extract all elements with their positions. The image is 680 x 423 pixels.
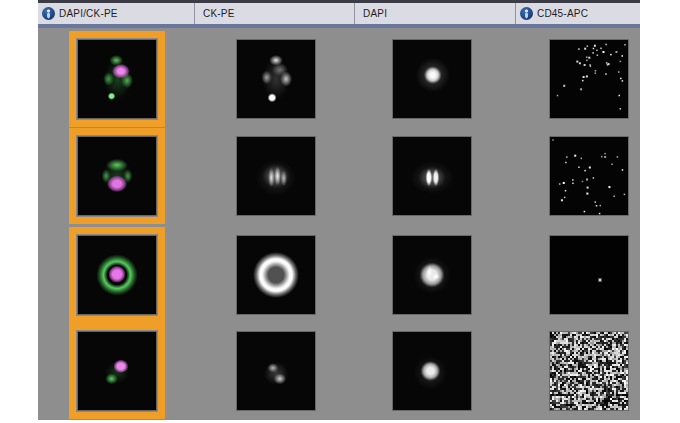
cell-image-tile-cd45-apc-row3[interactable] (550, 236, 628, 314)
header-cells: DAPI/CK-PE CK-PE DAPI CD45-APC (38, 3, 640, 24)
dapi-round-blob-image (393, 40, 471, 118)
cell-image-tile-ck-pe-row2[interactable] (237, 137, 315, 215)
ck-bright-ring-image (237, 236, 315, 314)
column-header-dapi[interactable]: DAPI (355, 3, 516, 24)
cell-image-tile-cd45-apc-row2[interactable] (550, 137, 628, 215)
column-header-label: DAPI (363, 8, 387, 19)
cell-image-tile-ck-pe-row1[interactable] (237, 40, 315, 118)
overlay-oval-cell-image (78, 40, 156, 118)
column-header-label: CD45-APC (537, 8, 588, 19)
overlay-small-cell-image (78, 332, 156, 410)
cell-image-tile-dapi-ck-pe-row1[interactable] (69, 31, 165, 127)
cell-image-tile-dapi-ck-pe-row4[interactable] (69, 323, 165, 419)
dapi-double-bar-image (393, 137, 471, 215)
ck-striated-blob-image (237, 137, 315, 215)
column-header-label: CK-PE (203, 8, 235, 19)
channel-icon (520, 7, 533, 20)
cell-image-tile-dapi-row2[interactable] (393, 137, 471, 215)
column-header-ck-pe[interactable]: CK-PE (195, 3, 355, 24)
cell-gallery-window: DAPI/CK-PE CK-PE DAPI CD45-APC (0, 0, 680, 423)
cell-image-tile-cd45-apc-row1[interactable] (550, 40, 628, 118)
ck-dim-two-lobe-image (237, 332, 315, 410)
column-header-cd45-apc[interactable]: CD45-APC (516, 3, 640, 24)
apc-speckles-upper-image (550, 40, 628, 118)
cell-image-tile-dapi-ck-pe-row2[interactable] (69, 128, 165, 224)
apc-dense-noise-image (550, 332, 628, 410)
cell-image-tile-dapi-row1[interactable] (393, 40, 471, 118)
dapi-soft-blob-image (393, 332, 471, 410)
apc-single-dot-image (550, 236, 628, 314)
cell-image-tile-cd45-apc-row4[interactable] (550, 332, 628, 410)
channel-header-row: DAPI/CK-PE CK-PE DAPI CD45-APC (38, 0, 640, 28)
apc-speckles-scattered-image (550, 137, 628, 215)
cell-image-tile-ck-pe-row3[interactable] (237, 236, 315, 314)
overlay-green-cap-cell-image (78, 137, 156, 215)
ck-patchy-oval-image (237, 40, 315, 118)
gallery-viewport: DAPI/CK-PE CK-PE DAPI CD45-APC (38, 0, 640, 420)
cell-image-tile-ck-pe-row4[interactable] (237, 332, 315, 410)
image-grid-panel (38, 28, 640, 420)
column-header-label: DAPI/CK-PE (59, 8, 118, 19)
column-header-dapi-ck-pe[interactable]: DAPI/CK-PE (38, 3, 195, 24)
cell-image-tile-dapi-ck-pe-row3[interactable] (69, 227, 165, 323)
cell-image-tile-dapi-row3[interactable] (393, 236, 471, 314)
channel-icon (42, 7, 55, 20)
cell-image-tile-dapi-row4[interactable] (393, 332, 471, 410)
dapi-bright-nucleus-image (393, 236, 471, 314)
overlay-ring-nucleus-image (78, 236, 156, 314)
